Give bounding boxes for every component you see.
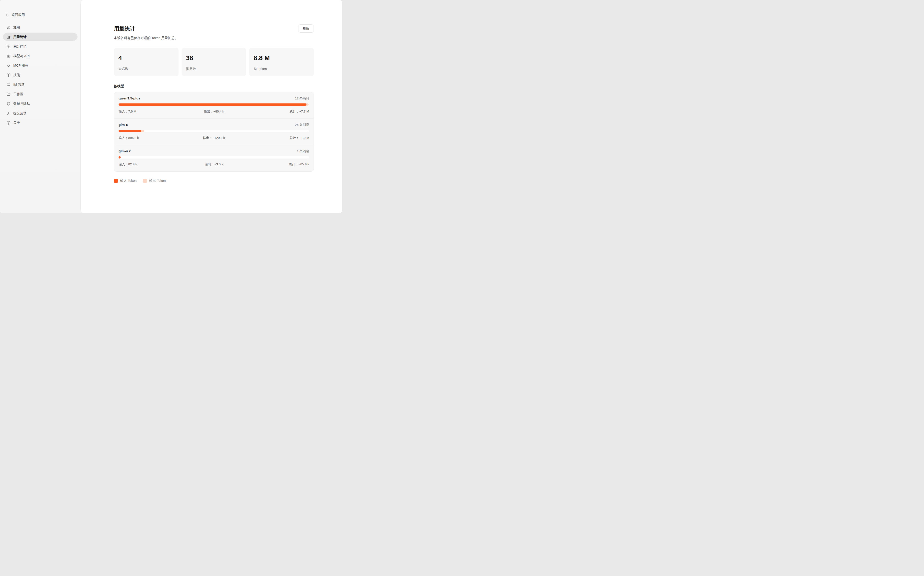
stat-value: 38 [186, 54, 242, 62]
sidebar-item-models-api[interactable]: 模型与 API [3, 52, 77, 60]
sidebar-item-im-channels[interactable]: IM 频道 [3, 81, 77, 88]
stat-label: 会话数 [119, 67, 174, 71]
model-name: glm-5 [119, 123, 128, 127]
sidebar-item-credits[interactable]: 积分详情 [3, 43, 77, 50]
input-token-bar-fill [119, 156, 120, 158]
sidebar-item-label: 关于 [13, 121, 20, 125]
input-token-bar-fill [119, 130, 141, 132]
model-output-stat: 输出：~80.4 k [182, 109, 246, 114]
model-total-stat: 总计：~85.9 k [246, 162, 309, 166]
models-usage-card: qwen3.5-plus 12 条消息 输入：7.6 M 输出：~80.4 k … [114, 92, 314, 171]
model-output-stat: 输出：~3.0 k [182, 162, 246, 166]
model-stats-row: 输入：896.8 k 输出：~120.2 k 总计：~1.0 M [119, 136, 309, 140]
sidebar-item-label: 数据与隐私 [13, 102, 30, 106]
book-open-icon [6, 73, 10, 77]
stats-cards: 4 会话数 38 消息数 8.8 M 总 Token [114, 48, 314, 76]
model-name: glm-4.7 [119, 149, 131, 153]
info-icon [6, 121, 10, 125]
input-token-bar-fill [119, 104, 306, 106]
stat-label: 总 Token [254, 67, 309, 71]
usage-bar [119, 104, 309, 106]
sidebar-item-feedback[interactable]: 提交反馈 [3, 109, 77, 117]
sidebar-item-label: 技能 [13, 73, 20, 77]
sidebar-item-skills[interactable]: 技能 [3, 71, 77, 79]
legend-item-output-token: 输出 Token [143, 179, 166, 183]
stat-card-messages: 38 消息数 [182, 48, 246, 76]
model-row-glm-5: glm-5 25 条消息 输入：896.8 k 输出：~120.2 k 总计：~… [114, 118, 314, 145]
model-message-count: 25 条消息 [295, 123, 309, 127]
usage-bar [119, 130, 309, 132]
sidebar-item-label: 用量统计 [13, 35, 27, 39]
stat-label: 消息数 [186, 67, 242, 71]
page-subtitle: 本设备所有已保存对话的 Token 用量汇总。 [114, 36, 314, 40]
legend-label: 输入 Token [120, 179, 136, 183]
stat-card-sessions: 4 会话数 [114, 48, 179, 76]
app-window: 返回应用 通用 用量统计 积分详情 [0, 0, 342, 213]
model-row-header: glm-5 25 条消息 [119, 123, 309, 127]
model-message-count: 12 条消息 [295, 96, 309, 101]
pen-icon [6, 26, 10, 29]
stat-value: 8.8 M [254, 54, 309, 62]
bar-chart-icon [6, 35, 10, 39]
token-legend: 输入 Token 输出 Token [114, 179, 314, 183]
model-output-stat: 输出：~120.2 k [182, 136, 246, 140]
sidebar-item-label: 模型与 API [13, 54, 30, 58]
plug-icon [6, 64, 10, 67]
model-row-header: glm-4.7 1 条消息 [119, 149, 309, 154]
sidebar-item-label: 工作区 [13, 92, 23, 96]
model-row-qwen3-5-plus: qwen3.5-plus 12 条消息 输入：7.6 M 输出：~80.4 k … [114, 92, 314, 118]
model-total-stat: 总计：~7.7 M [246, 109, 309, 114]
sidebar-item-mcp[interactable]: MCP 服务 [3, 62, 77, 69]
sidebar-item-about[interactable]: 关于 [3, 119, 77, 126]
cpu-icon [6, 54, 10, 58]
legend-item-input-token: 输入 Token [114, 179, 136, 183]
output-token-swatch [143, 179, 147, 183]
stat-value: 4 [119, 54, 174, 62]
model-input-stat: 输入：82.9 k [119, 162, 182, 166]
sidebar-item-label: 积分详情 [13, 45, 27, 49]
feedback-plus-icon [6, 111, 10, 115]
legend-label: 输出 Token [149, 179, 166, 183]
model-input-stat: 输入：896.8 k [119, 136, 182, 140]
model-input-stat: 输入：7.6 M [119, 109, 182, 114]
model-name: qwen3.5-plus [119, 96, 140, 100]
sidebar-item-label: MCP 服务 [13, 64, 28, 68]
refresh-button[interactable]: 刷新 [298, 24, 314, 33]
usage-stats-page: 用量统计 刷新 本设备所有已保存对话的 Token 用量汇总。 4 会话数 38… [114, 0, 314, 183]
model-row-glm-4-7: glm-4.7 1 条消息 输入：82.9 k 输出：~3.0 k 总计：~85… [114, 145, 314, 171]
sidebar: 返回应用 通用 用量统计 积分详情 [0, 0, 80, 213]
chat-bubble-icon [6, 83, 10, 86]
sidebar-item-usage-stats[interactable]: 用量统计 [3, 33, 77, 41]
main-panel: 用量统计 刷新 本设备所有已保存对话的 Token 用量汇总。 4 会话数 38… [80, 0, 342, 213]
back-to-app-button[interactable]: 返回应用 [3, 13, 77, 17]
sidebar-item-label: IM 频道 [13, 83, 25, 87]
section-title-by-model: 按模型 [114, 84, 314, 88]
model-stats-row: 输入：7.6 M 输出：~80.4 k 总计：~7.7 M [119, 109, 309, 114]
model-message-count: 1 条消息 [297, 149, 309, 154]
stat-card-total-tokens: 8.8 M 总 Token [249, 48, 314, 76]
coins-icon [6, 45, 10, 48]
back-label: 返回应用 [11, 13, 25, 17]
model-stats-row: 输入：82.9 k 输出：~3.0 k 总计：~85.9 k [119, 162, 309, 166]
input-token-swatch [114, 179, 118, 183]
sidebar-nav: 通用 用量统计 积分详情 模型与 API [3, 24, 77, 128]
model-total-stat: 总计：~1.0 M [246, 136, 309, 140]
sidebar-item-label: 通用 [13, 25, 20, 29]
page-title: 用量统计 [114, 25, 135, 32]
arrow-left-icon [6, 13, 9, 17]
page-header: 用量统计 刷新 [114, 24, 314, 33]
shield-icon [6, 102, 10, 106]
usage-bar [119, 156, 309, 158]
sidebar-item-privacy[interactable]: 数据与隐私 [3, 100, 77, 107]
folder-icon [6, 92, 10, 96]
sidebar-item-label: 提交反馈 [13, 111, 27, 115]
model-row-header: qwen3.5-plus 12 条消息 [119, 96, 309, 101]
sidebar-item-workspace[interactable]: 工作区 [3, 90, 77, 98]
sidebar-item-general[interactable]: 通用 [3, 24, 77, 31]
